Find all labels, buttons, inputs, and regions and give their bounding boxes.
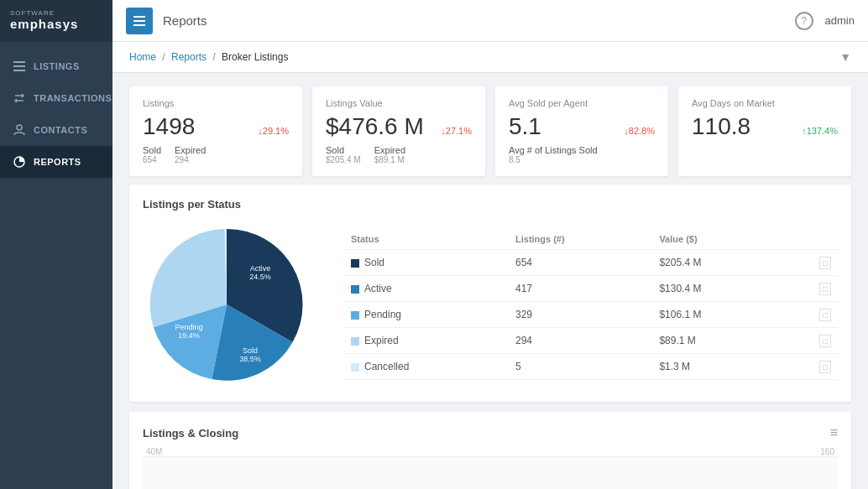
status-listings-1: 417	[509, 276, 652, 302]
stat-title-2: Avg Sold per Agent	[509, 98, 655, 108]
status-listings-4: 5	[509, 354, 652, 380]
expand-icon-0[interactable]: □	[819, 257, 831, 269]
sidebar-item-reports[interactable]: REPORTS	[0, 146, 112, 178]
stat-card-0: Listings 1498 ↓29.1% Sold654Expired294	[129, 86, 302, 176]
stat-value-1: $476.6 M	[326, 113, 424, 140]
status-label-4: Cancelled	[344, 354, 509, 380]
axis-left-label: 40M	[146, 447, 162, 456]
stat-value-0: 1498	[143, 113, 195, 140]
col-listings: Listings (#)	[509, 229, 652, 250]
pie-label-sold: Sold	[243, 346, 258, 355]
stat-value-2: 5.1	[509, 113, 541, 140]
status-label-3: Expired	[344, 328, 509, 354]
sidebar-contacts-label: CONTACTS	[34, 125, 87, 135]
status-label-0: Sold	[344, 250, 509, 276]
col-action	[780, 229, 838, 250]
expand-icon-1[interactable]: □	[819, 283, 831, 295]
status-table: Status Listings (#) Value ($) Sold 654 $…	[344, 229, 838, 380]
svg-text:24.5%: 24.5%	[249, 273, 271, 281]
section-title-pie: Listings per Status	[143, 198, 838, 211]
svg-rect-6	[133, 20, 145, 22]
breadcrumb: Home / Reports / Broker Listings	[129, 51, 288, 63]
topbar-title: Reports	[163, 13, 207, 28]
stat-badge-3: ↑137.4%	[802, 126, 838, 136]
sidebar-transactions-label: TRANSACTIONS	[34, 93, 112, 103]
stat-card-2: Avg Sold per Agent 5.1 ↓82.8% Avg # of L…	[495, 86, 668, 176]
table-row: Expired 294 $89.1 M □	[344, 328, 838, 354]
stat-badge-2: ↓82.8%	[624, 126, 655, 136]
help-button[interactable]: ?	[795, 12, 813, 30]
sidebar-reports-label: REPORTS	[34, 157, 81, 167]
breadcrumb-sep1: /	[162, 51, 168, 63]
main-content: Home / Reports / Broker Listings ▼ Listi…	[112, 42, 868, 489]
status-label-1: Active	[344, 276, 509, 302]
menu-toggle-button[interactable]	[126, 8, 153, 34]
stat-card-1: Listings Value $476.6 M ↓27.1% Sold$205.…	[312, 86, 485, 176]
stat-sub-1: Sold$205.4 MExpired$89.1 M	[326, 145, 472, 164]
svg-rect-5	[133, 16, 145, 18]
sidebar-item-transactions[interactable]: TRANSACTIONS	[0, 82, 112, 114]
logo-text: SOFTWARE emphasys	[10, 10, 78, 31]
breadcrumb-section[interactable]: Reports	[171, 51, 207, 63]
svg-rect-1	[13, 65, 25, 67]
expand-icon-4[interactable]: □	[819, 361, 831, 373]
stat-title-3: Avg Days on Market	[692, 98, 838, 108]
listings-per-status-section: Listings per Status	[129, 185, 851, 402]
svg-rect-7	[133, 24, 145, 26]
chart-bottom-header: Listings & Closing ≡	[143, 425, 838, 440]
sidebar: SOFTWARE emphasys LISTINGS TRANSACTIONS …	[0, 0, 112, 489]
axis-right-label: 160	[820, 447, 834, 456]
col-status: Status	[344, 229, 509, 250]
chart-menu-icon[interactable]: ≡	[830, 425, 838, 440]
svg-rect-0	[13, 61, 25, 63]
status-value-1: $130.4 M	[652, 276, 780, 302]
status-value-4: $1.3 M	[652, 354, 780, 380]
contacts-icon	[13, 124, 25, 136]
svg-text:17.3%: 17.3%	[180, 279, 202, 288]
pie-label-pending: Pending	[175, 323, 202, 331]
list-icon	[13, 60, 25, 72]
col-value: Value ($)	[652, 229, 780, 250]
sidebar-item-listings[interactable]: LISTINGS	[0, 50, 112, 82]
status-value-0: $205.4 M	[652, 250, 780, 276]
pie-chart-container: Active 24.5% Expired 17.3% Pending 19.4%…	[143, 221, 838, 388]
user-menu[interactable]: admin	[825, 14, 855, 27]
sidebar-listings-label: LISTINGS	[34, 61, 80, 71]
filter-icon[interactable]: ▼	[839, 50, 851, 64]
table-row: Active 417 $130.4 M □	[344, 276, 838, 302]
svg-text:19.4%: 19.4%	[178, 331, 200, 340]
stat-sub-0: Sold654Expired294	[143, 145, 289, 164]
svg-point-3	[17, 125, 22, 130]
stat-title-0: Listings	[143, 98, 289, 108]
reports-icon	[13, 156, 25, 168]
chart-axis-labels: 40M 160	[143, 447, 838, 456]
status-value-2: $106.1 M	[652, 302, 780, 328]
stat-badge-0: ↓29.1%	[258, 126, 289, 136]
status-listings-2: 329	[509, 302, 652, 328]
section-title-bottom: Listings & Closing	[143, 427, 238, 440]
table-row: Cancelled 5 $1.3 M □	[344, 354, 838, 380]
chart-placeholder	[143, 456, 838, 489]
sidebar-item-contacts[interactable]: CONTACTS	[0, 114, 112, 146]
stat-badge-1: ↓27.1%	[441, 126, 472, 136]
legend-dot-4	[351, 363, 359, 372]
expand-icon-2[interactable]: □	[819, 309, 831, 321]
stats-row: Listings 1498 ↓29.1% Sold654Expired294 L…	[112, 73, 868, 185]
status-value-3: $89.1 M	[652, 328, 780, 354]
breadcrumb-home[interactable]: Home	[129, 51, 156, 63]
legend-dot-0	[351, 259, 359, 268]
legend-dot-1	[351, 285, 359, 294]
status-listings-0: 654	[509, 250, 652, 276]
svg-rect-2	[13, 70, 25, 71]
topbar: Reports ? admin	[112, 0, 868, 42]
sidebar-logo: SOFTWARE emphasys	[0, 0, 112, 42]
pie-chart: Active 24.5% Expired 17.3% Pending 19.4%…	[143, 221, 311, 388]
breadcrumb-sep2: /	[212, 51, 218, 63]
expand-icon-3[interactable]: □	[819, 335, 831, 347]
status-label-2: Pending	[344, 302, 509, 328]
table-row: Pending 329 $106.1 M □	[344, 302, 838, 328]
pie-label-active: Active	[250, 264, 271, 273]
topbar-right: ? admin	[795, 12, 855, 30]
sidebar-nav: LISTINGS TRANSACTIONS CONTACTS REPORTS	[0, 42, 112, 178]
listings-closing-section: Listings & Closing ≡ 40M 160	[129, 412, 851, 489]
